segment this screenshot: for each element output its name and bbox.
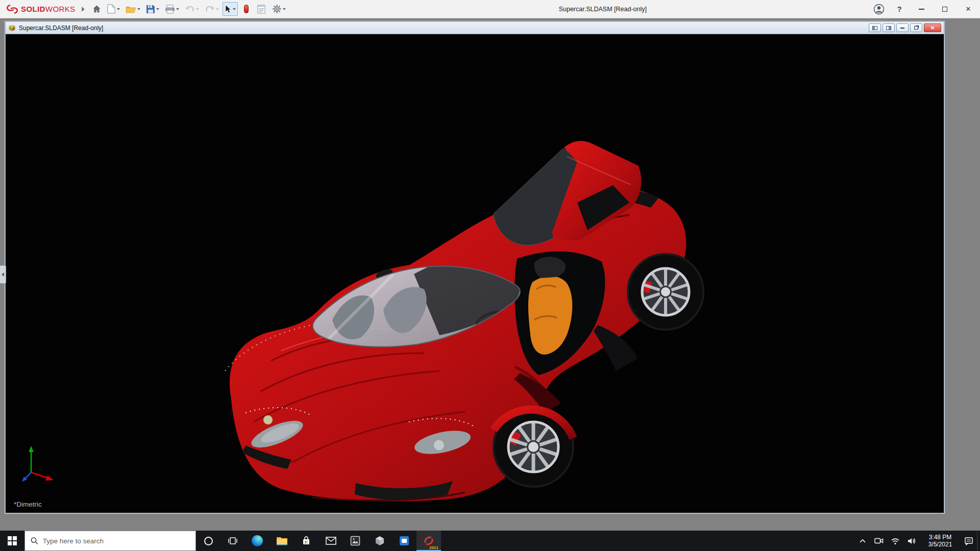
minimize-icon [919,9,924,10]
windows-logo-icon [8,536,17,545]
network-button[interactable] [887,531,903,551]
document-window-controls: ✕ [869,23,941,32]
photos-icon [350,536,360,546]
taskbar-clock[interactable]: 3:48 PM 3/5/2021 [920,531,961,551]
supercar-3d-model[interactable] [6,34,944,512]
search-input[interactable] [43,537,190,545]
panel-collapse-handle[interactable] [0,265,6,284]
ds-logo-icon [6,4,18,14]
taskbar-app-photos[interactable] [343,531,368,551]
taskbar-app-3d-viewer[interactable] [368,531,392,551]
taskbar-app-solidworks[interactable]: 2021 [416,531,441,551]
clock-time: 3:48 PM [929,534,952,541]
mail-icon [326,537,336,545]
brand-light: WORKS [45,5,76,13]
select-caret[interactable] [233,8,236,10]
undo-caret[interactable] [196,8,199,10]
new-document-caret[interactable] [117,8,120,10]
account-button[interactable] [869,0,889,18]
doc-minimize-icon [900,28,904,29]
close-button[interactable]: ✕ [957,0,980,18]
chevron-up-icon [859,538,866,543]
design-table-button[interactable] [255,2,268,16]
taskbar-app-file-explorer[interactable] [270,531,294,551]
home-button[interactable] [90,2,104,16]
action-center-button[interactable] [961,531,977,551]
design-table-icon [257,5,265,14]
clock-date: 3/5/2021 [928,541,952,548]
taskbar-app-store[interactable] [294,531,318,551]
brand-bold: SOLID [21,5,45,13]
doc-restore-button[interactable] [910,23,922,32]
document-title: Supercar.SLDASM [Read-only] [19,24,103,32]
doc-close-button[interactable]: ✕ [924,23,941,32]
close-icon: ✕ [966,5,971,13]
pane-left-button[interactable] [869,23,881,32]
save-caret[interactable] [156,8,159,10]
home-icon [92,4,102,14]
document-titlebar[interactable]: Supercar.SLDASM [Read-only] ✕ [6,22,944,34]
solidworks-version-badge: 2021 [429,545,438,550]
cabin-interior[interactable] [514,252,605,375]
taskbar-app-edge[interactable] [245,531,270,551]
store-icon [301,536,311,546]
minimize-button[interactable] [910,0,933,18]
windows-taskbar: 2021 3:48 PM [0,531,980,551]
maximize-button[interactable] [933,0,957,18]
doc-minimize-button[interactable] [896,23,909,32]
redo-button[interactable] [203,2,221,16]
options-button[interactable] [270,2,288,16]
system-tray: 3:48 PM 3/5/2021 [854,531,980,551]
document-window: Supercar.SLDASM [Read-only] ✕ [5,21,944,513]
doc-restore-icon [914,26,918,30]
action-center-icon [964,537,973,545]
doc-close-icon: ✕ [930,25,935,31]
task-view-icon [228,536,238,546]
meet-now-button[interactable] [871,531,887,551]
graphics-viewport[interactable]: *Dimetric [6,34,944,512]
print-icon [165,5,175,14]
taskbar-search[interactable] [24,531,196,551]
options-caret[interactable] [283,8,286,10]
print-caret[interactable] [176,8,179,10]
speaker-icon [907,537,916,545]
solidworks-brand: SOLIDWORKS [0,4,79,14]
collapse-arrow-icon [2,272,4,277]
car-body[interactable] [225,185,686,502]
appearance-button[interactable] [239,2,253,16]
open-folder-icon [126,5,136,13]
cortana-icon [204,537,213,545]
account-icon [873,4,885,15]
task-view-button[interactable] [220,531,245,551]
search-icon [31,537,38,545]
menu-flyout-arrow-icon[interactable] [82,7,85,12]
select-tool-button[interactable] [223,2,238,16]
rear-wheel[interactable] [628,254,703,330]
undo-button[interactable] [183,2,201,16]
cortana-button[interactable] [196,531,220,551]
left-marker-light [263,415,273,424]
open-caret[interactable] [137,8,140,10]
pane-right-button[interactable] [883,23,895,32]
volume-button[interactable] [903,531,920,551]
undo-icon [185,5,195,13]
new-document-icon [107,4,116,14]
assembly-icon [8,24,16,32]
new-document-button[interactable] [105,2,122,16]
tray-expand-button[interactable] [854,531,871,551]
pane-left-icon [872,26,877,30]
start-button[interactable] [0,531,24,551]
gear-icon [272,4,282,14]
maximize-icon [942,7,947,12]
show-desktop-button[interactable] [977,531,980,551]
taskbar-app-mail[interactable] [318,531,343,551]
help-button[interactable]: ? [889,0,910,18]
print-button[interactable] [163,2,181,16]
app-window-title: Supercar.SLDASM [Read-only] [559,6,647,13]
open-button[interactable] [124,2,142,16]
redo-caret[interactable] [216,8,219,10]
taskbar-app-blue[interactable] [392,531,416,551]
save-icon [146,5,155,14]
save-button[interactable] [144,2,161,16]
solidworks-titlebar: SOLIDWORKS [0,0,980,18]
